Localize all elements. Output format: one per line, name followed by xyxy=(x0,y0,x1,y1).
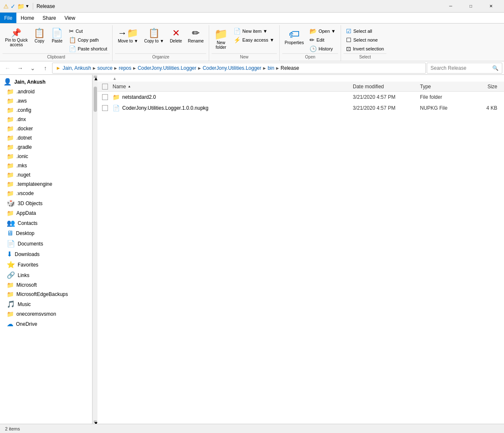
path-part-source[interactable]: source xyxy=(97,65,113,71)
table-row[interactable]: 📁 netstandard2.0 3/21/2020 4:57 PM File … xyxy=(97,92,504,103)
path-part-bin[interactable]: bin xyxy=(268,65,274,71)
cut-button[interactable]: ✂ Cut xyxy=(66,27,110,35)
nav-item-templateengine[interactable]: 📁 .templateengine xyxy=(0,180,92,189)
copy-button[interactable]: 📋 Copy xyxy=(31,27,48,45)
back-button[interactable]: ← xyxy=(2,63,13,74)
nav-item-nuget[interactable]: 📁 .nuget xyxy=(0,170,92,180)
copy-to-button[interactable]: 📋 Copy to ▼ xyxy=(142,27,166,45)
col-header-size[interactable]: Size xyxy=(467,84,501,90)
file-list: ▲ Name ▲ Date modified Type Size xyxy=(97,75,504,424)
path-part-repos[interactable]: repos xyxy=(119,65,131,71)
header-checkbox[interactable] xyxy=(102,84,108,90)
copy-path-icon: 📋 xyxy=(69,37,76,43)
new-folder-button[interactable]: 📁 Newfolder xyxy=(212,27,230,51)
minimize-button[interactable]: ─ xyxy=(441,0,460,13)
history-button[interactable]: 🕒 History xyxy=(307,45,338,53)
nav-item-vscode[interactable]: 📁 .vscode xyxy=(0,189,92,198)
nav-item-config[interactable]: 📁 .config xyxy=(0,106,92,115)
folder-icon-config: 📁 xyxy=(7,107,14,114)
scroll-up-arrow[interactable]: ▲ xyxy=(94,76,97,78)
nav-item-aws[interactable]: 📁 .aws xyxy=(0,96,92,106)
menu-share[interactable]: Share xyxy=(38,13,60,23)
menu-file[interactable]: File xyxy=(0,13,16,23)
scroll-thumb[interactable] xyxy=(94,87,97,112)
delete-button[interactable]: ✕ Delete xyxy=(167,27,184,45)
rename-button[interactable]: ✏ Rename xyxy=(185,27,206,45)
easy-access-button[interactable]: ⚡ Easy access ▼ xyxy=(231,36,277,44)
nav-item-docker[interactable]: 📁 .docker xyxy=(0,124,92,133)
edit-button[interactable]: ✏ Edit xyxy=(307,36,338,44)
history-label: History xyxy=(318,46,333,51)
nav-item-downloads[interactable]: ⬇ Downloads xyxy=(0,249,92,259)
nav-item-mks[interactable]: 📁 .mks xyxy=(0,161,92,170)
col-header-date[interactable]: Date modified xyxy=(349,84,417,90)
nav-item-music[interactable]: 🎵 Music xyxy=(0,299,92,309)
nav-item-ionic[interactable]: 📁 .ionic xyxy=(0,152,92,161)
nav-item-microsoft[interactable]: 📁 Microsoft xyxy=(0,280,92,290)
table-row[interactable]: 📄 CoderJony.Utilities.Logger.1.0.0.nupkg… xyxy=(97,103,504,114)
nav-item-onecoremsvsmon[interactable]: 📁 onecoremsvsmon xyxy=(0,309,92,319)
file-type-value-1: File folder xyxy=(420,94,442,100)
path-sep-5: ► xyxy=(262,66,267,71)
nav-item-android[interactable]: 📁 .android xyxy=(0,87,92,96)
forward-button[interactable]: → xyxy=(14,63,26,74)
path-part-logger2[interactable]: CoderJony.Utilities.Logger xyxy=(202,65,261,71)
nav-scrollbar[interactable]: ▲ ▼ xyxy=(92,75,97,424)
pin-to-quick-access-button[interactable]: 📌 Pin to Quickaccess xyxy=(3,27,30,49)
open-button[interactable]: 📂 Open ▼ xyxy=(307,27,338,35)
select-none-button[interactable]: ☐ Select none xyxy=(344,36,386,44)
path-sep-3: ► xyxy=(132,66,137,71)
new-item-button[interactable]: 📄 New item ▼ xyxy=(231,27,277,35)
nav-item-onedrive[interactable]: ☁ OneDrive xyxy=(0,319,92,329)
search-box[interactable]: 🔍 xyxy=(427,63,502,74)
nav-label-templateengine: .templateengine xyxy=(16,181,52,187)
nav-item-links[interactable]: 🔗 Links xyxy=(0,270,92,280)
invert-selection-button[interactable]: ⊡ Invert selection xyxy=(344,45,386,53)
up-button[interactable]: ↑ xyxy=(39,63,51,74)
nav-item-favorites[interactable]: ⭐ Favorites xyxy=(0,259,92,270)
nav-item-microsoftedgebackups[interactable]: 📁 MicrosoftEdgeBackups xyxy=(0,290,92,299)
close-button[interactable]: ✕ xyxy=(481,0,501,13)
menu-view[interactable]: View xyxy=(60,13,79,23)
path-part-logger1[interactable]: CoderJony.Utilities.Logger xyxy=(138,65,197,71)
file-name-1[interactable]: 📁 netstandard2.0 xyxy=(109,94,349,100)
invert-selection-icon: ⊡ xyxy=(346,45,351,52)
recent-locations-button[interactable]: ⌄ xyxy=(27,63,39,74)
maximize-button[interactable]: □ xyxy=(461,0,480,13)
col-header-name[interactable]: Name ▲ xyxy=(109,84,349,90)
nav-item-contacts[interactable]: 👥 Contacts xyxy=(0,218,92,228)
search-input[interactable] xyxy=(430,65,492,71)
path-part-user[interactable]: Jain, Ankush xyxy=(63,65,91,71)
address-path[interactable]: ► Jain, Ankush ► source ► repos ► CoderJ… xyxy=(52,63,426,74)
folder-icon-microsoft: 📁 xyxy=(7,282,14,288)
nav-item-3dobjects[interactable]: 🎲 3D Objects xyxy=(0,198,92,209)
menu-home[interactable]: Home xyxy=(16,13,38,23)
nav-item-dotnet[interactable]: 📁 .dotnet xyxy=(0,133,92,143)
nav-section-user[interactable]: 👤 Jain, Ankush xyxy=(0,77,92,87)
properties-button[interactable]: 🏷 Properties xyxy=(282,27,307,47)
scroll-down-arrow[interactable]: ▼ xyxy=(94,420,97,423)
nav-item-gradle[interactable]: 📁 .gradle xyxy=(0,143,92,152)
pin-icon: 📌 xyxy=(11,29,21,37)
nav-item-appdata[interactable]: 📁 AppData xyxy=(0,209,92,218)
pin-label: Pin to Quickaccess xyxy=(5,38,28,47)
nav-label-appdata: AppData xyxy=(16,210,36,216)
nav-item-dnx[interactable]: 📁 .dnx xyxy=(0,115,92,124)
row-checkbox-1[interactable] xyxy=(101,94,109,100)
move-to-button[interactable]: →📁 Move to ▼ xyxy=(115,27,141,45)
nav-item-documents[interactable]: 📄 Documents xyxy=(0,238,92,249)
clipboard-label: Clipboard xyxy=(3,53,110,61)
paste-shortcut-button[interactable]: 📄 Paste shortcut xyxy=(66,45,110,53)
file-name-2[interactable]: 📄 CoderJony.Utilities.Logger.1.0.0.nupkg xyxy=(109,105,349,111)
copy-path-button[interactable]: 📋 Copy path xyxy=(66,36,110,44)
row-checkbox-2[interactable] xyxy=(101,105,109,111)
nav-item-desktop[interactable]: 🖥 Desktop xyxy=(0,228,92,238)
new-item-label: New item ▼ xyxy=(242,29,268,34)
history-icon: 🕒 xyxy=(310,45,317,52)
paste-button[interactable]: 📄 Paste xyxy=(49,27,66,45)
folder-icon-dnx: 📁 xyxy=(7,116,14,123)
folder-icon-docker: 📁 xyxy=(7,125,14,132)
select-all-button[interactable]: ☑ Select all xyxy=(344,27,386,35)
folder-icon-mks: 📁 xyxy=(7,162,14,169)
col-header-type[interactable]: Type xyxy=(417,84,467,90)
